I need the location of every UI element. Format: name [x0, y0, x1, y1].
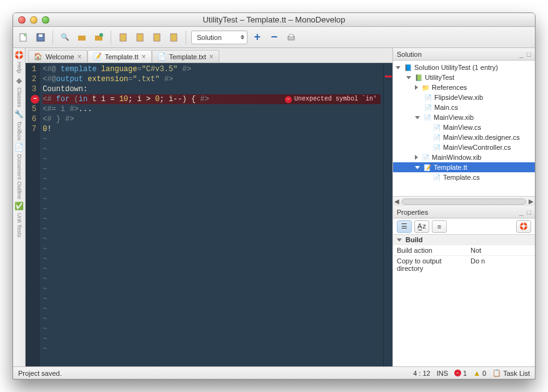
app-window: UtilityTest – Template.tt – MonoDevelop … [12, 12, 536, 380]
tab-template-tt[interactable]: 📝 Template.tt × [87, 50, 152, 62]
props-list-button[interactable]: ≡ [432, 220, 447, 233]
tree-project[interactable]: 📗UtilityTest [393, 72, 535, 82]
empty-line-tilde: ~ [42, 224, 381, 234]
file-icon: 📄 [157, 52, 166, 61]
toolbox-icon[interactable]: 🔧 [14, 110, 24, 119]
save-button[interactable] [34, 31, 47, 44]
solution-tree[interactable]: 📘Solution UtilityTest (1 entry) 📗Utility… [393, 61, 535, 196]
tree-mainwindow[interactable]: 📄MainWindow.xib [393, 152, 535, 162]
alpha-sort-button[interactable]: A̲z [414, 220, 429, 233]
task-list-button[interactable]: 📋Task List [492, 369, 530, 377]
empty-line-tilde: ~ [42, 174, 381, 184]
svg-rect-10 [171, 34, 177, 41]
unit-tests-icon[interactable]: ✅ [14, 202, 24, 210]
chevron-updown-icon [241, 35, 244, 39]
code-editor[interactable]: 1234−567 <#@ template language="C#v3.5" … [26, 63, 392, 366]
tab-close-icon[interactable]: × [77, 52, 82, 61]
error-stripe[interactable] [383, 63, 392, 366]
config-select[interactable]: Solution [191, 31, 247, 44]
empty-line-tilde: ~ [42, 214, 381, 224]
tree-item[interactable]: 📄FlipsideView.xib [393, 92, 535, 102]
left-side-rail: 🛟 Help ◆ Classes 🔧 Toolbox 📄 Document Ou… [13, 48, 26, 366]
property-group-build[interactable]: Build [393, 235, 535, 245]
properties-toolbar: ☰ A̲z ≡ 🛟 [393, 218, 535, 235]
code-line[interactable]: Countdown: [42, 84, 381, 94]
rail-help[interactable]: Help [16, 61, 22, 75]
tool-button-2[interactable] [133, 31, 147, 44]
insert-mode[interactable]: INS [437, 370, 448, 377]
remove-button[interactable]: − [267, 31, 281, 44]
code-line[interactable]: <#@ template language="C#v3.5" #> [42, 64, 381, 74]
scroll-left-icon[interactable]: ◀ [394, 198, 399, 205]
empty-line-tilde: ~ [42, 164, 381, 174]
svg-rect-12 [289, 34, 293, 37]
new-file-button[interactable] [17, 31, 31, 44]
rail-docoutline[interactable]: Document Outline [16, 153, 22, 200]
empty-line-tilde: ~ [42, 294, 381, 304]
tree-mainview[interactable]: 📄MainView.xib [393, 112, 535, 122]
tree-item[interactable]: 📄MainView.xib.designer.cs [393, 132, 535, 142]
right-dock: Solution _□ 📘Solution UtilityTest (1 ent… [392, 48, 535, 366]
tree-h-scrollbar[interactable]: ◀▶ [393, 196, 535, 206]
rail-classes[interactable]: Classes [16, 86, 22, 109]
category-view-button[interactable]: ☰ [397, 220, 412, 233]
code-line[interactable]: <# } #> [42, 114, 381, 124]
properties-grid[interactable]: Build Build actionNot Copy to output dir… [393, 235, 535, 366]
solution-pane-header: Solution _□ [393, 48, 535, 61]
close-pane-button[interactable]: □ [527, 51, 531, 58]
titlebar: UtilityTest – Template.tt – MonoDevelop [13, 13, 535, 27]
tree-item[interactable]: 📄MainViewController.cs [393, 142, 535, 152]
code-body[interactable]: <#@ template language="C#v3.5" #><#@outp… [40, 63, 383, 355]
help-button[interactable]: 🛟 [516, 220, 531, 233]
properties-pane-title: Properties [397, 208, 428, 216]
close-pane-button[interactable]: □ [527, 208, 531, 216]
error-mark[interactable] [385, 76, 392, 77]
code-line[interactable]: <#= i #>... [42, 104, 381, 114]
help-icon[interactable]: 🛟 [14, 51, 24, 59]
svg-rect-8 [137, 34, 143, 41]
gutter-error-icon[interactable]: − [31, 95, 39, 104]
empty-line-tilde: ~ [42, 184, 381, 194]
build-button[interactable] [75, 31, 89, 44]
code-line[interactable]: <#@output extension=".txt" #> [42, 74, 381, 84]
minimize-pane-button[interactable]: _ [519, 51, 523, 58]
tree-item[interactable]: 📄MainView.cs [393, 122, 535, 132]
empty-line-tilde: ~ [42, 284, 381, 294]
zoom-icon[interactable]: 🔍 [58, 31, 72, 44]
tree-references[interactable]: 📁References [393, 82, 535, 92]
tool-button-1[interactable] [116, 31, 130, 44]
classes-icon[interactable]: ◆ [16, 76, 22, 85]
config-select-label: Solution [197, 34, 222, 41]
tree-item[interactable]: 📄Main.cs [393, 102, 535, 112]
main-toolbar: 🔍 Solution + − [13, 27, 535, 48]
error-icon: − [454, 370, 461, 376]
tab-label: Template.tt [105, 53, 139, 61]
rail-toolbox[interactable]: Toolbox [16, 120, 22, 142]
rebuild-button[interactable] [92, 31, 106, 44]
window-title: UtilityTest – Template.tt – MonoDevelop [13, 15, 535, 24]
scroll-thumb[interactable] [402, 198, 526, 205]
error-count[interactable]: −1 [454, 370, 467, 377]
document-outline-icon[interactable]: 📄 [14, 143, 24, 152]
warning-count[interactable]: ▲0 [473, 369, 486, 378]
tab-close-icon[interactable]: × [209, 52, 214, 61]
code-line[interactable]: 0! [42, 124, 381, 134]
rail-unittests[interactable]: Unit Tests [16, 212, 22, 238]
tab-welcome[interactable]: 🏠 Welcome × [28, 50, 87, 62]
empty-line-tilde: ~ [42, 274, 381, 284]
tool-button-4[interactable] [167, 31, 181, 44]
property-row[interactable]: Build actionNot [393, 245, 535, 255]
property-row[interactable]: Copy to output directoryDo n [393, 255, 535, 273]
tree-root[interactable]: 📘Solution UtilityTest (1 entry) [393, 62, 535, 72]
tree-item[interactable]: 📄Template.cs [393, 172, 535, 182]
tab-template-txt[interactable]: 📄 Template.txt × [152, 50, 219, 62]
tool-button-3[interactable] [150, 31, 164, 44]
status-message: Project saved. [18, 370, 62, 377]
tree-template-tt[interactable]: 📝Template.tt [393, 162, 535, 172]
code-line[interactable]: <# for (in t i = 10; i > 0; i--) { #>−Un… [42, 94, 381, 104]
print-button[interactable] [284, 31, 298, 44]
tab-close-icon[interactable]: × [141, 52, 146, 61]
add-button[interactable]: + [251, 31, 264, 44]
minimize-pane-button[interactable]: _ [519, 208, 523, 216]
scroll-right-icon[interactable]: ▶ [529, 198, 534, 205]
